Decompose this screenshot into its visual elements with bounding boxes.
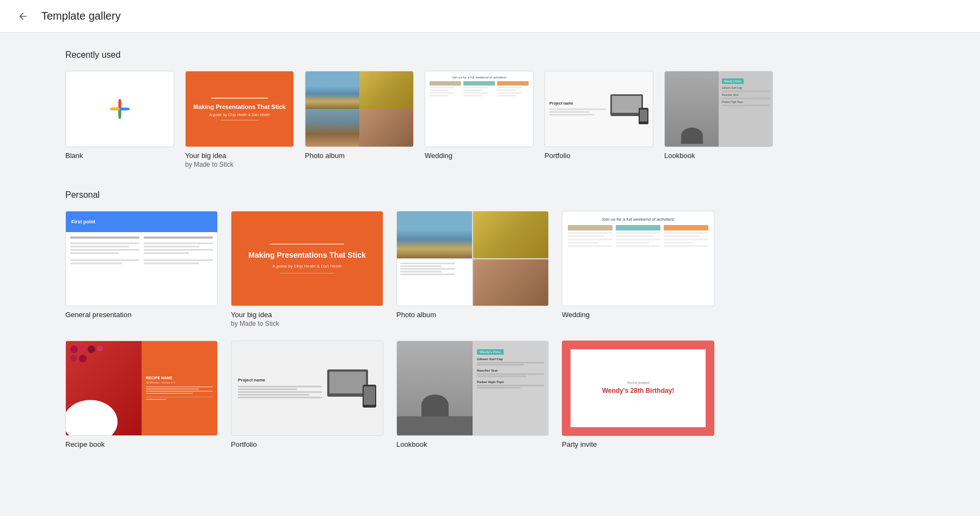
gp-line-11 <box>144 259 213 261</box>
photo-large-cell-leaves <box>473 211 548 258</box>
app-header: Template gallery <box>0 0 980 33</box>
photo-text-4 <box>400 271 442 272</box>
back-button[interactable] <box>13 7 33 26</box>
ll-item-3-line1 <box>477 385 544 386</box>
ll-item-1: Gibson Surf Cap <box>477 357 544 366</box>
lookbook-item-2: Rancher Vest <box>722 93 769 96</box>
template-wedding-sm[interactable]: Join us for a full weekend of activities… <box>425 71 534 168</box>
template-your-big-idea-sm[interactable]: Making Presentations That Stick A guide … <box>185 71 294 168</box>
lookbook-lg-thumbnail: Wendy's Picks Gibson Surf Cap Rancher Ve… <box>396 341 549 436</box>
phone-screen <box>640 110 647 122</box>
gp-line-4 <box>70 252 119 254</box>
template-party-invite[interactable]: You're invited Wendy's 28th Birthday! Pa… <box>562 341 714 448</box>
blank-name: Blank <box>65 151 174 160</box>
template-recipe-book[interactable]: RECIPE NAME 30 Minutes · Serves 4–6 Reci… <box>65 341 218 448</box>
ol-line-bottom <box>280 273 334 274</box>
orange-title-text: Making Presentations That Stick <box>193 103 285 111</box>
template-your-big-idea-lg[interactable]: Making Presentations That Stick A guide … <box>231 211 383 327</box>
ll-skate-photo <box>397 341 473 435</box>
gp-line-5 <box>70 259 139 261</box>
gp-line-9 <box>144 249 213 251</box>
wl-2 <box>568 235 604 237</box>
photo-album-sm-name: Photo album <box>305 151 414 160</box>
wl-12 <box>664 235 700 237</box>
lookbook-item-1: Gibson Surf Cap <box>722 86 769 89</box>
google-plus-icon <box>107 96 133 122</box>
wedding-text-11 <box>497 92 522 94</box>
photo-cell-warmth <box>359 109 413 147</box>
wedding-text-12 <box>497 95 516 96</box>
ll-item-3-line2 <box>477 387 520 388</box>
wedding-label-fri <box>463 81 495 86</box>
photo-text-1 <box>400 263 455 264</box>
party-invited-text: You're invited <box>627 381 650 385</box>
pl-1 <box>549 108 606 110</box>
wl-6 <box>616 232 660 234</box>
portfolio-sm-thumbnail: Project name <box>544 71 653 147</box>
wedding-lg-thumbnail: Join us for a full weekend of activities… <box>562 211 714 306</box>
recently-used-section-title: Recently used <box>65 50 915 60</box>
lookbook-item-3: Parker High-Tops <box>722 100 769 104</box>
ll-badge: Wendy's Picks <box>477 349 504 355</box>
r-line-4 <box>146 393 193 394</box>
bridge-photo <box>305 71 359 109</box>
ol-line-top <box>270 244 344 245</box>
photo-text-3 <box>400 268 455 270</box>
orange-line-top <box>211 98 268 99</box>
pl-1 <box>238 386 322 387</box>
personal-grid-row2: RECIPE NAME 30 Minutes · Serves 4–6 Reci… <box>65 341 915 448</box>
template-wedding-lg[interactable]: Join us for a full weekend of activities… <box>562 211 714 327</box>
wedding-label-sun <box>497 81 529 86</box>
template-portfolio-lg[interactable]: Project name Portfolio <box>231 341 383 448</box>
gp-line-8 <box>144 246 199 247</box>
canyon-photo <box>305 109 359 147</box>
template-photo-album-lg[interactable]: Photo album <box>396 211 549 327</box>
your-big-idea-sm-name: Your big idea <box>185 151 294 160</box>
template-photo-album-sm[interactable]: Photo album <box>305 71 414 168</box>
wedding-text-6 <box>463 89 482 91</box>
wedding-col-fri <box>463 81 495 142</box>
recipe-left-photo <box>66 341 142 435</box>
template-portfolio-sm[interactable]: Project name Portfolio <box>544 71 653 168</box>
laptop-screen <box>612 96 641 113</box>
general-pres-thumbnail: First point <box>65 211 218 306</box>
orange-line-bottom <box>220 120 259 120</box>
photo-album-lg-name: Photo album <box>396 311 549 319</box>
wedding-label-thu <box>430 81 461 86</box>
portfolio-devices <box>610 94 648 124</box>
gen-pres-col1 <box>70 236 139 301</box>
r-line-5 <box>146 399 166 400</box>
wedding-text-2 <box>430 89 449 91</box>
lookbook-sm-name: Lookbook <box>664 151 773 160</box>
photo-album-lg-thumbnail <box>396 211 549 306</box>
portfolio-text: Project name <box>549 101 606 117</box>
wl-10 <box>616 245 660 247</box>
party-invite-thumbnail: You're invited Wendy's 28th Birthday! <box>562 341 714 436</box>
blank-thumbnail <box>65 71 174 147</box>
template-blank[interactable]: Blank <box>65 71 174 168</box>
photo-text-5 <box>400 274 455 275</box>
portfolio-sm-name: Portfolio <box>544 151 653 160</box>
photo-large-cell-warm <box>473 259 548 306</box>
wedding-text-3 <box>430 92 455 94</box>
lookbook-sub-2 <box>722 98 769 99</box>
template-lookbook-sm[interactable]: Wendy's Picks Gibson Surf Cap Rancher Ve… <box>664 71 773 168</box>
phone-device <box>639 108 648 124</box>
wedding-text-9 <box>497 87 522 88</box>
ll-item-1-line2 <box>477 364 524 366</box>
bridge-large-photo <box>397 211 472 258</box>
personal-section-title: Personal <box>65 190 915 200</box>
wedding-text-10 <box>497 89 516 91</box>
gp-title-1 <box>70 236 139 239</box>
photo-cell-bridge <box>305 71 359 109</box>
ol-subtitle: A guide by Chip Heath & Dan Heath <box>272 264 342 269</box>
ll-item-2-line1 <box>477 373 544 375</box>
portfolio-lg-name: Portfolio <box>231 440 383 448</box>
photo-large-cell-bridge <box>397 211 472 258</box>
template-general-presentation[interactable]: First point <box>65 211 218 327</box>
r-line-2 <box>146 388 199 390</box>
gp-line-3 <box>70 249 139 251</box>
ll-ground <box>397 416 473 435</box>
template-lookbook-lg[interactable]: Wendy's Picks Gibson Surf Cap Rancher Ve… <box>396 341 549 448</box>
wl-15 <box>664 245 708 247</box>
